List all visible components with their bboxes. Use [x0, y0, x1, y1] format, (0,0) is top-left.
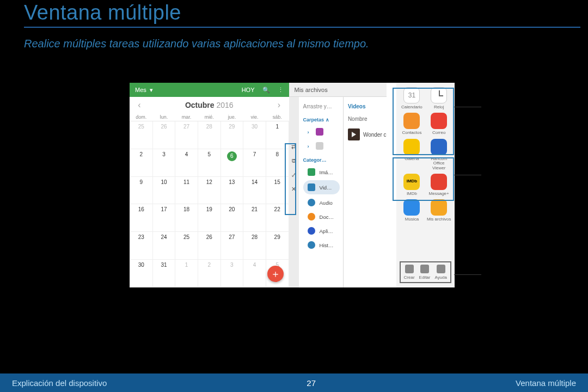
category-documents[interactable]: Doc… — [299, 210, 343, 224]
tray-app-gallery[interactable]: Galería — [400, 139, 425, 170]
myfiles-icon — [431, 199, 447, 216]
folders-section-label[interactable]: Carpetas ∧ — [299, 113, 343, 125]
categories-section-label[interactable]: Categor… — [299, 153, 343, 165]
next-month-button[interactable]: › — [275, 100, 284, 110]
close-icon[interactable]: ✕ — [290, 185, 298, 193]
folder-item[interactable]: › — [299, 139, 343, 153]
tray-app-imdb[interactable]: IMDb — [400, 174, 425, 196]
file-name: Wonder c — [363, 132, 387, 138]
files-sidebar: Arrastre y… Carpetas ∧ › › Categor… Imá…… — [299, 97, 344, 287]
today-button[interactable]: HOY — [242, 87, 255, 93]
page-footer: Explicación del dispositivo 27 Ventana m… — [0, 373, 588, 392]
tray-app-music[interactable]: Música — [400, 199, 425, 222]
dropdown-icon[interactable]: ▾ — [150, 87, 153, 94]
tray-app-message[interactable]: Message+ — [426, 174, 451, 196]
month-navigator: ‹ Octubre 2016 › — [130, 97, 289, 113]
files-title: Mis archivos — [289, 83, 387, 97]
page-subtitle: Realice múltiples tareas utilizando vari… — [0, 28, 588, 62]
tablet-screenshot: Mes ▾ HOY 🔍 ⋮ ‹ Octubre 2016 › dom.lun.m… — [130, 83, 455, 287]
message-icon — [431, 174, 447, 190]
calendar-icon — [403, 87, 420, 103]
tray-app-myfiles[interactable]: Mis archivos — [426, 199, 451, 222]
calendar-toolbar: Mes ▾ HOY 🔍 ⋮ — [130, 83, 289, 97]
drag-content-icon[interactable]: ⧉ — [290, 157, 298, 164]
files-tab-drag[interactable]: Arrastre y… — [299, 100, 343, 113]
tray-action-create[interactable]: Crear — [404, 265, 415, 280]
maximize-icon[interactable]: ⤢ — [290, 171, 298, 179]
tray-app-mail[interactable]: Correo — [426, 113, 451, 135]
footer-left[interactable]: Explicación del dispositivo — [12, 378, 107, 388]
add-event-button[interactable]: ＋ — [267, 266, 284, 282]
tray-action-help[interactable]: Ayuda — [434, 265, 447, 280]
calendar-app: Mes ▾ HOY 🔍 ⋮ ‹ Octubre 2016 › dom.lun.m… — [130, 83, 289, 287]
category-images[interactable]: Imá… — [299, 165, 343, 179]
edit-icon — [420, 265, 429, 273]
file-row[interactable]: Wonder c — [344, 125, 396, 144]
mail-icon — [431, 113, 447, 129]
multiwindow-app-tray: Calendario Reloj Contactos Correo Galerí… — [396, 83, 455, 287]
callout-line — [454, 107, 481, 107]
music-icon — [403, 199, 420, 216]
category-videos[interactable]: Vid… — [303, 180, 340, 194]
swap-icon[interactable]: ⇄ — [290, 143, 298, 150]
callout-line — [454, 175, 481, 175]
calendar-view-label[interactable]: Mes — [135, 87, 146, 93]
tray-app-office[interactable]: Hancom Office Viewer — [426, 139, 451, 170]
help-icon — [437, 265, 445, 273]
footer-right[interactable]: Ventana múltiple — [516, 378, 576, 388]
tray-app-contacts[interactable]: Contactos — [400, 113, 425, 135]
tray-app-calendar[interactable]: Calendario — [400, 87, 425, 109]
multiwindow-toolbar[interactable]: ⇄ ⧉ ⤢ ✕ — [289, 83, 299, 287]
category-audio[interactable]: Audio — [299, 195, 343, 210]
tray-actions: Crear Editar Ayuda — [400, 261, 451, 283]
files-main: Videos Nombre Wonder c — [344, 97, 396, 287]
imdb-icon — [403, 174, 420, 190]
prev-month-button[interactable]: ‹ — [135, 100, 144, 110]
column-name[interactable]: Nombre — [344, 113, 396, 125]
page-title: Ventana múltiple — [0, 0, 588, 27]
gallery-icon — [403, 139, 420, 155]
files-tab-videos[interactable]: Videos — [344, 100, 396, 113]
tray-app-clock[interactable]: Reloj — [426, 87, 451, 109]
clock-icon — [431, 87, 447, 103]
tray-action-edit[interactable]: Editar — [419, 265, 431, 280]
page-number: 27 — [307, 378, 316, 388]
category-history[interactable]: Hist… — [299, 238, 343, 252]
folder-item[interactable]: › — [299, 125, 343, 139]
overflow-icon[interactable]: ⋮ — [278, 87, 284, 94]
office-icon — [431, 139, 447, 155]
month-label: Octubre 2016 — [185, 101, 234, 109]
today-cell: 6 — [220, 149, 243, 176]
calendar-grid[interactable]: dom.lun.mar. mié.jue.vie. sáb. 25 26 27 … — [130, 113, 289, 287]
callout-line — [454, 274, 481, 275]
files-app: Mis archivos Arrastre y… Carpetas ∧ › › … — [299, 83, 396, 287]
search-icon[interactable]: 🔍 — [262, 87, 270, 94]
video-thumbnail-icon — [348, 128, 360, 140]
create-icon — [405, 265, 414, 273]
contacts-icon — [403, 113, 420, 129]
category-apps[interactable]: Apli… — [299, 224, 343, 238]
